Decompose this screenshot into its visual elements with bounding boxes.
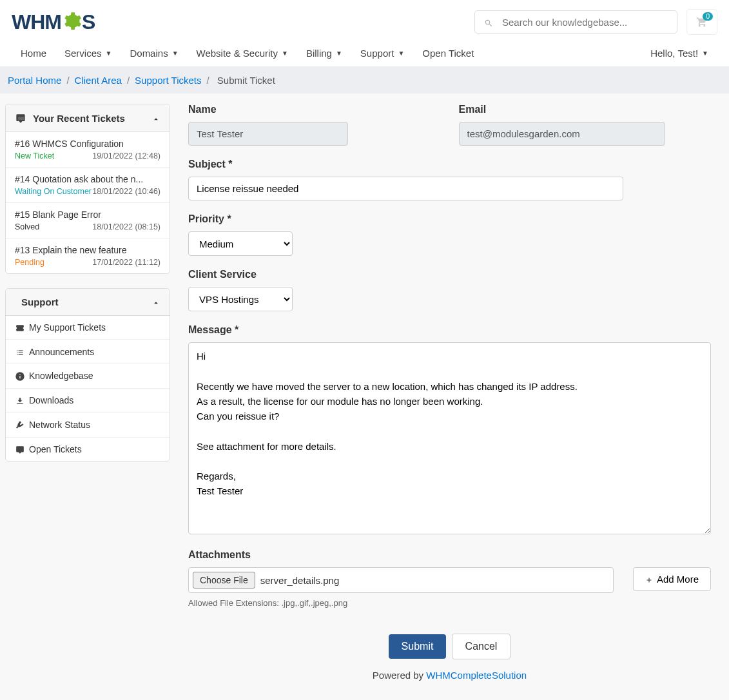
email-input [459,122,665,146]
nav-item-open-ticket[interactable]: Open Ticket [413,40,483,66]
ticket-title: #13 Explain the new feature [15,245,160,255]
ticket-item[interactable]: #14 Quotation ask about the n...Waiting … [6,168,170,203]
ticket-icon [15,322,29,333]
support-item-announcements[interactable]: Announcements [6,340,170,364]
cart-badge: 0 [703,12,713,21]
breadcrumb-current: Submit Ticket [217,75,275,86]
chat-icon [15,112,26,124]
sidebar: Your Recent Tickets #16 WHMCS Configurat… [5,104,170,690]
support-panel: Support My Support TicketsAnnouncementsK… [5,288,170,462]
header: WHM S 0 [0,0,729,40]
file-input[interactable]: Choose File server_details.png [188,567,614,593]
nav-item-billing[interactable]: Billing▼ [297,40,351,66]
rocket-icon [15,419,29,430]
file-name: server_details.png [260,575,340,586]
nav-user[interactable]: Hello, Test! ▼ [641,40,717,66]
logo[interactable]: WHM S [12,10,95,34]
chevron-up-icon[interactable] [151,113,160,124]
support-item-label: Network Status [29,420,90,430]
chevron-down-icon: ▼ [702,50,708,57]
support-item-label: Open Tickets [29,444,82,454]
support-item-label: Downloads [29,395,73,405]
ticket-item[interactable]: #15 Blank Page ErrorSolved18/01/2022 (08… [6,203,170,238]
footer-link[interactable]: WHMCompleteSolution [426,670,527,681]
footer: Powered by WHMCompleteSolution [188,670,711,690]
subject-input[interactable] [188,177,623,200]
nav-item-home[interactable]: Home [12,40,55,66]
breadcrumb-link[interactable]: Portal Home [8,75,61,86]
submit-button[interactable]: Submit [389,634,447,659]
support-item-open-tickets[interactable]: Open Tickets [6,438,170,461]
cancel-button[interactable]: Cancel [452,634,511,659]
recent-tickets-header[interactable]: Your Recent Tickets [6,104,170,132]
file-hint: Allowed File Extensions: .jpg,.gif,.jpeg… [188,598,711,608]
download-icon [15,395,29,405]
search-icon [484,16,493,27]
ticket-title: #14 Quotation ask about the n... [15,174,160,184]
add-more-label: Add More [657,574,699,585]
cart-button[interactable]: 0 [686,9,717,35]
client-service-select[interactable]: VPS Hostings [188,287,293,311]
ticket-date: 19/01/2022 (12:48) [92,151,160,160]
ticket-item[interactable]: #16 WHMCS ConfigurationNew Ticket19/01/2… [6,132,170,168]
ticket-status: Pending [15,258,44,267]
chat-icon [15,444,29,454]
add-more-button[interactable]: Add More [633,567,711,591]
ticket-item[interactable]: #13 Explain the new featurePending17/01/… [6,238,170,273]
info-icon [15,371,29,382]
nav-user-label: Hello, Test! [650,48,698,59]
support-item-network-status[interactable]: Network Status [6,413,170,437]
attachments-label: Attachments [188,549,711,561]
ticket-date: 18/01/2022 (10:46) [92,187,160,196]
name-label: Name [188,104,441,115]
support-item-label: Knowledgebase [29,371,93,381]
support-item-knowledgebase[interactable]: Knowledgebase [6,364,170,389]
logo-text-right: S [82,10,95,34]
message-textarea[interactable]: Hi Recently we have moved the server to … [188,342,711,534]
support-item-label: Announcements [29,347,94,357]
recent-tickets-title: Your Recent Tickets [33,113,125,124]
ticket-date: 17/01/2022 (11:12) [92,258,160,267]
message-label: Message * [188,324,711,336]
search-box[interactable] [474,10,677,33]
client-service-label: Client Service [188,269,711,280]
support-item-downloads[interactable]: Downloads [6,389,170,413]
chevron-down-icon: ▼ [106,50,112,57]
chevron-down-icon: ▼ [172,50,179,57]
priority-label: Priority * [188,213,711,225]
email-label: Email [459,104,712,115]
footer-text: Powered by [373,670,426,681]
ticket-date: 18/01/2022 (08:15) [92,222,160,231]
plus-icon [645,574,653,585]
ticket-title: #15 Blank Page Error [15,209,160,220]
ticket-status: Waiting On Customer [15,187,92,196]
subject-label: Subject * [188,159,711,170]
nav-item-services[interactable]: Services▼ [55,40,121,66]
nav-item-website-security[interactable]: Website & Security▼ [188,40,297,66]
support-item-my-support-tickets[interactable]: My Support Tickets [6,316,170,340]
choose-file-button[interactable]: Choose File [193,572,255,588]
chevron-down-icon: ▼ [336,50,342,57]
chevron-down-icon: ▼ [282,50,288,57]
chevron-down-icon: ▼ [398,50,404,57]
list-icon [15,346,29,356]
main-form: Name Email Subject * Priority * Medium C… [188,104,724,690]
ticket-status: New Ticket [15,151,54,160]
content: Your Recent Tickets #16 WHMCS Configurat… [0,93,729,700]
breadcrumb-link[interactable]: Client Area [75,75,122,86]
chevron-up-icon[interactable] [151,297,160,307]
support-item-label: My Support Tickets [29,322,106,333]
support-header[interactable]: Support [6,289,170,316]
gear-icon [61,12,82,32]
name-input [188,122,348,146]
nav-item-support[interactable]: Support▼ [351,40,413,66]
search-input[interactable] [502,17,668,28]
recent-tickets-panel: Your Recent Tickets #16 WHMCS Configurat… [5,104,170,274]
breadcrumb: Portal Home/Client Area/Support Tickets/… [0,67,729,93]
main-nav: HomeServices▼Domains▼Website & Security▼… [0,40,729,67]
ticket-status: Solved [15,222,39,231]
priority-select[interactable]: Medium [188,231,293,256]
breadcrumb-link[interactable]: Support Tickets [135,75,201,86]
nav-item-domains[interactable]: Domains▼ [121,40,187,66]
ticket-title: #16 WHMCS Configuration [15,139,160,149]
